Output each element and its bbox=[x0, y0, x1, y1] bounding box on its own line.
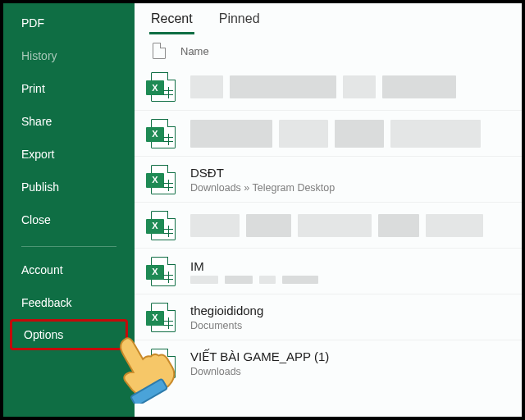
excel-file-icon: X bbox=[151, 165, 176, 194]
file-path: Downloads » Telegram Desktop bbox=[190, 182, 505, 194]
file-icon bbox=[153, 43, 166, 59]
column-name: Name bbox=[180, 45, 209, 57]
list-item[interactable]: X thegioididong Documents bbox=[135, 294, 522, 340]
tab-pinned[interactable]: Pinned bbox=[217, 8, 262, 34]
sidebar-item-options[interactable]: Options bbox=[10, 319, 128, 350]
sidebar-item-print[interactable]: Print bbox=[3, 72, 135, 105]
list-item[interactable]: X bbox=[135, 110, 522, 156]
redacted-content bbox=[190, 75, 505, 98]
sidebar-item-history[interactable]: History bbox=[3, 39, 135, 72]
tab-bar: Recent Pinned bbox=[135, 3, 522, 34]
sidebar-item-close[interactable]: Close bbox=[3, 203, 135, 236]
list-item[interactable]: X DSĐT Downloads » Telegram Desktop bbox=[135, 156, 522, 202]
list-item[interactable]: X bbox=[135, 64, 522, 110]
file-name: DSĐT bbox=[190, 166, 505, 180]
excel-file-icon: X bbox=[151, 303, 176, 332]
redacted-content bbox=[190, 120, 505, 148]
excel-file-icon: X bbox=[151, 349, 176, 378]
list-item[interactable]: X VIẾT BÀI GAME_APP (1) Downloads bbox=[135, 340, 522, 386]
file-path: Documents bbox=[190, 320, 505, 331]
sidebar-separator bbox=[21, 246, 116, 247]
sidebar-item-pdf[interactable]: PDF bbox=[3, 7, 135, 39]
open-panel: Recent Pinned Name X bbox=[135, 3, 522, 417]
sidebar-item-publish[interactable]: Publish bbox=[3, 171, 135, 203]
app-frame: PDF History Print Share Export Publish C… bbox=[0, 0, 525, 420]
recent-files-list: X X bbox=[135, 64, 522, 386]
excel-file-icon: X bbox=[151, 257, 176, 286]
file-name: thegioididong bbox=[190, 304, 505, 318]
sidebar-item-share[interactable]: Share bbox=[3, 105, 135, 138]
redacted-content bbox=[190, 214, 505, 237]
excel-file-icon: X bbox=[151, 119, 176, 148]
excel-file-icon: X bbox=[151, 211, 176, 240]
file-path: Downloads bbox=[190, 366, 505, 377]
sidebar-item-export[interactable]: Export bbox=[3, 138, 135, 171]
excel-file-icon: X bbox=[151, 72, 176, 102]
list-header: Name bbox=[135, 34, 522, 64]
sidebar-item-account[interactable]: Account bbox=[3, 253, 135, 286]
tab-recent[interactable]: Recent bbox=[149, 8, 194, 34]
file-name: IM bbox=[190, 259, 505, 274]
list-item[interactable]: X IM bbox=[135, 248, 522, 294]
sidebar-item-feedback[interactable]: Feedback bbox=[3, 286, 135, 319]
list-item[interactable]: X bbox=[135, 202, 522, 248]
backstage-sidebar: PDF History Print Share Export Publish C… bbox=[3, 3, 135, 417]
file-name: VIẾT BÀI GAME_APP (1) bbox=[190, 349, 505, 364]
